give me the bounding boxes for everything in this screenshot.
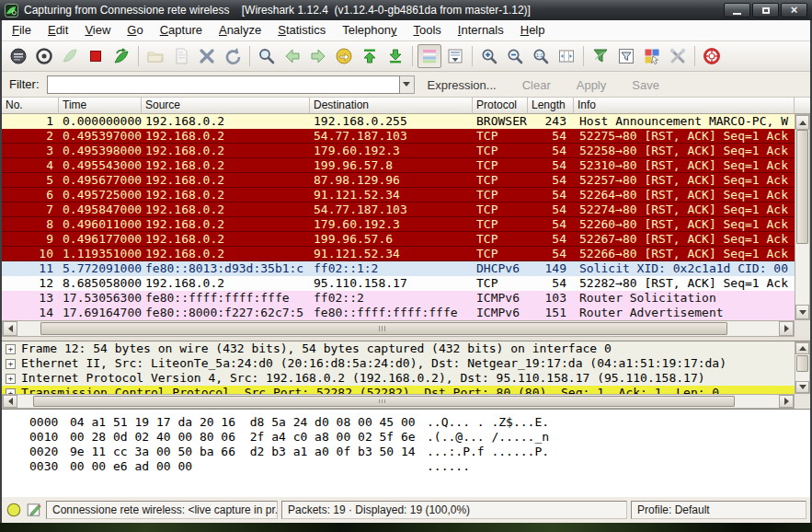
packet-row-4[interactable]: 40.495543000192.168.0.2199.96.57.8TCP545… (2, 158, 795, 173)
open-file-button[interactable] (143, 44, 167, 68)
column-header-source[interactable]: Source (142, 98, 310, 114)
zoom-out-button[interactable] (503, 44, 527, 68)
menu-tools[interactable]: Tools (406, 20, 450, 40)
capture-options-button[interactable] (32, 44, 56, 68)
packet-list-vscrollbar[interactable] (795, 114, 810, 320)
list-interfaces-button[interactable] (6, 44, 30, 68)
zoom-in-button[interactable] (477, 44, 501, 68)
help-button[interactable] (700, 44, 724, 68)
menu-edit[interactable]: Edit (40, 20, 76, 40)
packet-row-13[interactable]: 1317.530563000fe80::ffff:ffff:fffeff02::… (2, 291, 795, 306)
column-header-no[interactable]: No. (2, 98, 59, 114)
column-header-protocol[interactable]: Protocol (473, 98, 528, 114)
packet-bytes-pane[interactable]: 000004 a1 51 19 17 da 20 16 d8 5a 24 d0 … (2, 409, 810, 497)
start-capture-button[interactable] (58, 44, 82, 68)
titlebar[interactable]: Capturing from Connessione rete wireless… (0, 0, 812, 20)
colorize-button[interactable] (417, 44, 441, 68)
details-hscrollbar[interactable] (2, 394, 795, 409)
scroll-down-button[interactable] (795, 305, 809, 319)
go-bottom-button[interactable] (383, 44, 407, 68)
scroll-right-button[interactable] (779, 395, 794, 408)
packet-row-9[interactable]: 90.496177000192.168.0.2199.96.57.6TCP545… (2, 232, 795, 247)
maximize-button[interactable] (752, 3, 779, 17)
scroll-track[interactable] (17, 321, 779, 336)
display-filters-button[interactable] (614, 44, 638, 68)
go-top-button[interactable] (358, 44, 382, 68)
close-file-button[interactable] (195, 44, 219, 68)
detail-line[interactable]: +Transmission Control Protocol, Src Port… (2, 386, 795, 394)
apply-button[interactable]: Apply (577, 78, 607, 92)
scroll-thumb[interactable] (796, 130, 808, 244)
packet-row-2[interactable]: 20.495397000192.168.0.254.77.187.103TCP5… (2, 129, 795, 144)
auto-scroll-button[interactable] (443, 44, 467, 68)
scroll-up-button[interactable] (795, 115, 809, 130)
menu-internals[interactable]: Internals (450, 20, 512, 40)
scroll-thumb[interactable] (796, 355, 808, 372)
menu-file[interactable]: File (4, 20, 40, 40)
expander-icon[interactable]: + (6, 344, 16, 354)
menu-analyze[interactable]: Analyze (211, 20, 269, 40)
hex-line[interactable]: 001000 28 0d 02 40 00 80 06 2f a4 c0 a8 … (2, 430, 810, 445)
menu-view[interactable]: View (76, 20, 119, 40)
packet-list-hscrollbar[interactable] (2, 320, 795, 337)
capture-filters-button[interactable] (589, 44, 612, 68)
scroll-left-button[interactable] (3, 395, 17, 408)
packet-row-10[interactable]: 101.119351000192.168.0.291.121.52.34TCP5… (2, 247, 795, 261)
expression-button[interactable]: Expression... (428, 78, 497, 92)
column-header-time[interactable]: Time (59, 98, 142, 114)
find-packet-button[interactable] (255, 44, 279, 68)
reload-button[interactable] (221, 44, 245, 68)
menu-capture[interactable]: Capture (152, 20, 211, 40)
filter-input[interactable] (47, 75, 400, 94)
packet-row-11[interactable]: 115.772091000fe80::8013:d93d:35b1:cff02:… (2, 261, 795, 276)
save-button[interactable]: Save (632, 78, 659, 92)
scroll-right-button[interactable] (779, 321, 794, 336)
packet-row-1[interactable]: 10.000000000192.168.0.2192.168.0.255BROW… (2, 114, 795, 129)
expert-info-icon[interactable] (6, 502, 22, 518)
scroll-track[interactable] (795, 354, 809, 381)
go-forward-button[interactable] (306, 44, 330, 68)
hex-line[interactable]: 00209e 11 cc 3a 00 50 ba 66 d2 b3 a1 a0 … (2, 445, 810, 459)
scroll-thumb[interactable] (33, 396, 736, 407)
scroll-up-button[interactable] (795, 342, 809, 354)
close-button[interactable]: × (781, 3, 807, 17)
hex-line[interactable]: 000004 a1 51 19 17 da 20 16 d8 5a 24 d0 … (2, 415, 810, 430)
zoom-actual-button[interactable]: 1:1 (529, 44, 553, 68)
resize-columns-button[interactable] (555, 44, 578, 68)
restart-capture-button[interactable] (109, 44, 133, 68)
packet-row-5[interactable]: 50.495677000192.168.0.287.98.129.96TCP54… (2, 173, 795, 188)
stop-capture-button[interactable] (84, 44, 108, 68)
detail-line[interactable]: +Internet Protocol Version 4, Src: 192.1… (2, 371, 795, 386)
packet-row-7[interactable]: 70.495847000192.168.0.254.77.187.103TCP5… (2, 202, 795, 217)
menu-go[interactable]: Go (119, 20, 151, 40)
filter-dropdown-button[interactable] (400, 75, 415, 94)
scroll-thumb[interactable] (40, 322, 727, 335)
detail-line[interactable]: +Ethernet II, Src: LiteonTe_5a:24:d0 (20… (2, 356, 795, 371)
scroll-track[interactable] (795, 130, 809, 305)
expander-icon[interactable]: + (6, 374, 16, 384)
coloring-rules-button[interactable] (640, 44, 664, 68)
menu-help[interactable]: Help (512, 20, 554, 40)
menu-telephony[interactable]: Telephony (334, 20, 405, 40)
column-header-info[interactable]: Info (574, 98, 795, 114)
column-header-length[interactable]: Length (528, 98, 574, 114)
detail-line[interactable]: +Frame 12: 54 bytes on wire (432 bits), … (2, 341, 795, 356)
go-to-packet-button[interactable] (332, 44, 356, 68)
expander-icon[interactable]: + (6, 359, 16, 369)
hex-line[interactable]: 003000 00 e6 ad 00 00...... (2, 459, 810, 474)
packet-row-14[interactable]: 1417.691647000fe80::8000:f227:62c7:5fe80… (2, 306, 795, 320)
capture-comment-icon[interactable] (26, 502, 42, 518)
go-back-button[interactable] (280, 44, 304, 68)
details-vscrollbar[interactable] (795, 341, 810, 394)
packet-row-12[interactable]: 128.685058000192.168.0.295.110.158.17TCP… (2, 276, 795, 291)
preferences-button[interactable] (666, 44, 690, 68)
clear-button[interactable]: Clear (522, 78, 551, 92)
scroll-track[interactable] (17, 395, 779, 408)
save-file-button[interactable] (169, 44, 193, 68)
packet-row-3[interactable]: 30.495398000192.168.0.2179.60.192.3TCP54… (2, 144, 795, 158)
scroll-left-button[interactable] (3, 321, 17, 336)
menu-statistics[interactable]: Statistics (269, 20, 334, 40)
column-header-destination[interactable]: Destination (310, 98, 473, 114)
packet-row-8[interactable]: 80.496011000192.168.0.2179.60.192.3TCP54… (2, 217, 795, 232)
minimize-button[interactable] (724, 3, 750, 17)
